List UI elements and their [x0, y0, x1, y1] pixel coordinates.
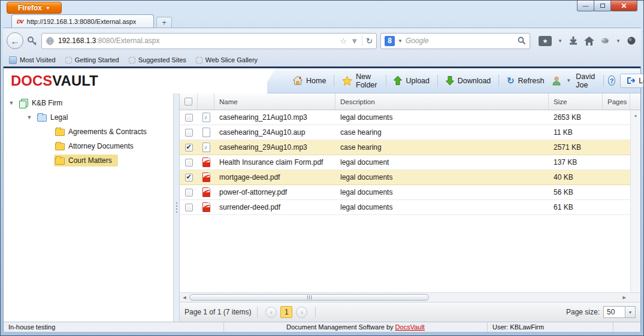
bookmarks-dropdown-icon[interactable]: ▼ — [558, 38, 563, 44]
scroll-left-icon[interactable]: ◀ — [180, 295, 189, 300]
user-icon[interactable] — [552, 76, 561, 86]
refresh-icon: ↻ — [507, 76, 515, 85]
addon-dropdown-icon[interactable]: ▼ — [616, 38, 621, 44]
tree-label: Legal — [50, 113, 68, 122]
bookmark-web-slice-gallery[interactable]: Web Slice Gallery — [196, 56, 258, 63]
bookmark-label: Most Visited — [20, 56, 56, 63]
horizontal-scrollbar[interactable]: ◀ ▶ — [180, 292, 640, 302]
select-all-checkbox[interactable] — [185, 98, 192, 105]
grid-rows: casehearing_21Aug10.mp3 legal documents … — [180, 110, 630, 215]
file-name[interactable]: surrender-deed.pdf — [214, 203, 335, 211]
row-checkbox[interactable] — [185, 174, 193, 181]
scrollbar-thumb[interactable] — [189, 294, 429, 301]
menu-home[interactable]: Home — [285, 68, 334, 93]
search-box[interactable]: 8 ▼ Google — [380, 33, 530, 49]
upload-arrow-icon — [394, 76, 402, 85]
search-icon[interactable] — [518, 37, 526, 45]
tree-expand-icon[interactable]: ▼ — [26, 114, 32, 120]
window-controls: — ✕ — [578, 1, 637, 11]
menu-upload[interactable]: Upload — [386, 68, 437, 93]
select-all-header[interactable] — [180, 93, 198, 110]
help-icon[interactable]: ? — [608, 75, 615, 86]
bookmark-label: Web Slice Gallery — [205, 56, 258, 63]
pagination-bar: Page 1 of 1 (7 items) ‹ 1 › Page size: 5… — [180, 302, 640, 322]
google-engine-icon[interactable]: 8 — [385, 36, 395, 46]
tree-item-kb-firm[interactable]: ▼ K&B Firm — [4, 96, 173, 110]
size-column-header[interactable]: Size — [549, 93, 603, 110]
tree-item-legal[interactable]: ▼ Legal — [4, 110, 173, 125]
vertical-scrollbar[interactable]: ▲ — [630, 110, 640, 292]
search-engine-dropdown-icon[interactable]: ▼ — [398, 38, 403, 44]
addon2-icon[interactable] — [627, 36, 636, 46]
current-page-button[interactable]: 1 — [280, 306, 292, 318]
reload-icon[interactable]: ↻ — [366, 37, 373, 46]
addon-icon[interactable] — [600, 37, 610, 45]
page-size-value[interactable]: 50 — [603, 306, 625, 318]
row-checkbox[interactable] — [185, 129, 193, 137]
row-checkbox[interactable] — [185, 189, 193, 196]
table-row[interactable]: Health Insurance claim Form.pdf legal do… — [180, 155, 630, 170]
scroll-up-icon[interactable]: ▲ — [631, 110, 640, 120]
table-row[interactable]: casehearing_24Aug10.aup case hearing 11 … — [180, 125, 630, 140]
restore-button[interactable] — [594, 1, 611, 11]
bookmark-getting-started[interactable]: Getting Started — [65, 56, 119, 63]
table-row[interactable]: mortgage-deed.pdf legal documents 40 KB — [180, 170, 630, 185]
url-dropdown-icon[interactable]: ▼ — [350, 37, 358, 46]
document-grid: Name Description Size Pages casehearing_… — [180, 93, 640, 322]
bookmark-suggested-sites[interactable]: Suggested Sites — [129, 56, 186, 63]
page-size-dropdown-icon[interactable]: ▼ — [625, 306, 636, 318]
browser-tab[interactable]: DV http://192.168.1.3:8080/External.aspx — [11, 14, 154, 28]
table-row[interactable]: casehearing_21Aug10.mp3 legal documents … — [180, 110, 630, 125]
status-bar: In-house testing Document Management Sof… — [4, 322, 640, 332]
tree-item-agreements-contracts[interactable]: Agreements & Contracts — [4, 125, 173, 139]
menu-refresh[interactable]: ↻ Refresh — [499, 68, 552, 93]
status-empty-cell — [613, 322, 640, 332]
menu-label: Home — [306, 77, 326, 85]
minimize-button[interactable]: — — [577, 1, 594, 11]
new-tab-button[interactable]: + — [156, 17, 172, 28]
url-bar[interactable]: 192.168.1.3:8080/External.aspx ☆ ▼ ↻ — [41, 33, 377, 49]
home-icon[interactable] — [584, 37, 594, 46]
description-column-header[interactable]: Description — [335, 93, 549, 110]
bookmark-star-icon[interactable]: ☆ — [340, 37, 347, 46]
download-arrow-icon — [446, 76, 454, 85]
next-page-button[interactable]: › — [296, 307, 307, 318]
bookmarks-menu-icon[interactable]: ★ — [539, 36, 552, 46]
file-name[interactable]: power-of-attorney.pdf — [214, 188, 335, 196]
panel-splitter[interactable] — [174, 93, 180, 322]
docsvault-link[interactable]: DocsVault — [395, 323, 425, 331]
file-name[interactable]: casehearing_21Aug10.mp3 — [214, 113, 335, 122]
logo-vault: VAULT — [52, 72, 98, 89]
tree-item-attorney-documents[interactable]: Attorney Documents — [4, 139, 173, 153]
user-dropdown-icon[interactable]: ▼ — [566, 78, 571, 83]
file-name[interactable]: mortgage-deed.pdf — [214, 173, 335, 181]
row-checkbox[interactable] — [185, 144, 193, 152]
key-icon[interactable] — [27, 35, 38, 46]
prev-page-button[interactable]: ‹ — [265, 307, 277, 318]
table-row[interactable]: power-of-attorney.pdf legal documents 56… — [180, 185, 630, 200]
close-button[interactable]: ✕ — [610, 1, 637, 11]
tab-bar: DV http://192.168.1.3:8080/External.aspx… — [3, 14, 641, 28]
app-menu: Home New Folder Upload Download — [285, 68, 552, 93]
tree-expand-icon[interactable]: ▼ — [8, 100, 14, 106]
table-row[interactable]: surrender-deed.pdf legal documents 61 KB — [180, 200, 630, 215]
menu-new-folder[interactable]: New Folder — [334, 68, 386, 93]
status-center: Document Management Software by DocsVaul… — [224, 322, 488, 332]
tree-item-court-matters[interactable]: Court Matters — [4, 153, 173, 168]
bookmark-most-visited[interactable]: Most Visited — [9, 56, 56, 64]
file-name[interactable]: casehearing_29Aug10.mp3 — [214, 143, 335, 152]
firefox-menu-button[interactable]: Firefox ▼ — [7, 2, 62, 14]
row-checkbox[interactable] — [185, 114, 193, 122]
logout-button[interactable]: Logout — [620, 74, 644, 88]
file-name[interactable]: casehearing_24Aug10.aup — [214, 128, 335, 137]
row-checkbox[interactable] — [185, 204, 193, 211]
pages-column-header[interactable]: Pages — [603, 93, 630, 110]
table-row[interactable]: casehearing_29Aug10.mp3 case hearing 257… — [180, 140, 630, 155]
row-checkbox[interactable] — [185, 159, 193, 167]
file-name[interactable]: Health Insurance claim Form.pdf — [214, 158, 335, 167]
menu-download[interactable]: Download — [438, 68, 499, 93]
name-column-header[interactable]: Name — [214, 93, 335, 110]
back-button[interactable]: ← — [7, 32, 23, 49]
scroll-right-icon[interactable]: ▶ — [623, 295, 626, 300]
downloads-icon[interactable] — [569, 36, 578, 46]
